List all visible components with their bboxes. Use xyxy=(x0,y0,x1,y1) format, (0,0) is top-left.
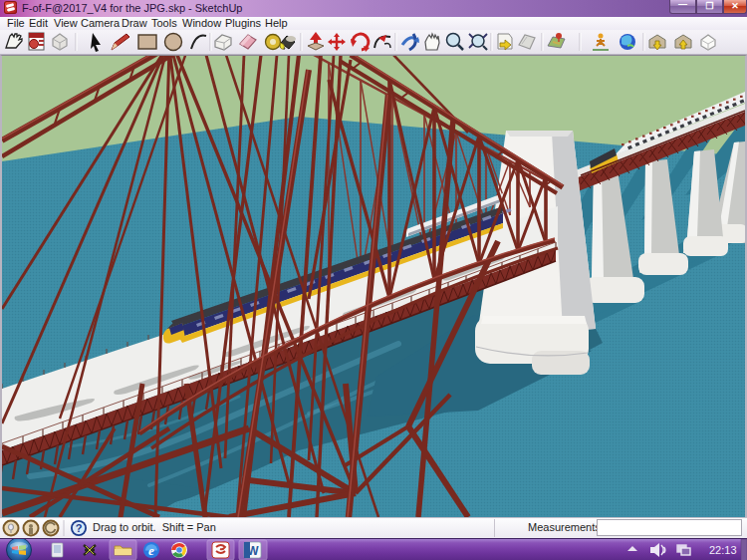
svg-text:W: W xyxy=(247,544,259,558)
svg-text:e: e xyxy=(148,543,154,558)
svg-text:?: ? xyxy=(76,522,83,534)
svg-text:22:13: 22:13 xyxy=(709,544,737,556)
